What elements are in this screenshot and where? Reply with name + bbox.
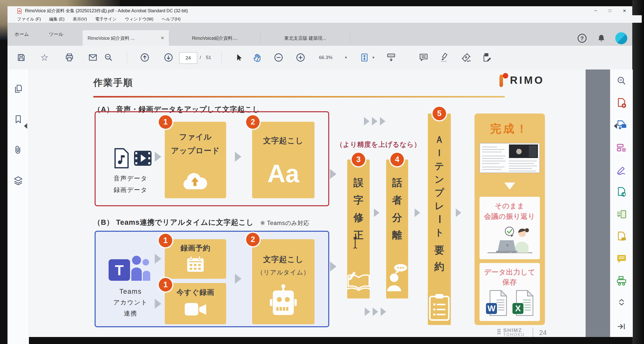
next-page-button[interactable] [163, 52, 174, 63]
vertical-char: 誤 [354, 178, 364, 188]
search-icon[interactable] [103, 52, 114, 63]
toolbar-collapse-button[interactable] [386, 52, 397, 63]
help-icon[interactable]: ? [577, 33, 587, 44]
previous-page-button[interactable] [139, 52, 150, 63]
print-button[interactable] [64, 52, 75, 63]
tab-strip: ホーム ツール RimoVoice 紹介資料 ... × RimoVoice紹介… [8, 23, 632, 46]
menu-bar: ファイル (F) 編集 (E) 表示(V) 電子サイン ウィンドウ(W) ヘルプ… [8, 15, 642, 23]
tab-tools[interactable]: ツール [49, 23, 64, 46]
text-cursor-pointer [353, 237, 358, 249]
vertical-char: 約 [434, 261, 444, 271]
edit-pdf-icon[interactable] [482, 52, 493, 63]
section-b-note: ※ Teamsのみ対応 [260, 219, 310, 228]
tab-close-icon[interactable]: × [161, 35, 164, 41]
calendar-icon [186, 256, 205, 273]
section-a-box: 音声データ 録画データ 1 ファイル アップロード 2 文字起こし [94, 111, 329, 206]
fill-and-sign-icon[interactable] [616, 164, 627, 175]
flow-arrow-icon [374, 209, 380, 217]
attachments-icon[interactable] [14, 145, 23, 154]
rimo-logo-text: RIMO [510, 74, 544, 86]
menu-file[interactable]: ファイル (F) [17, 16, 41, 22]
organize-pages-icon[interactable] [616, 142, 627, 153]
doc-tab-2[interactable]: RimoVoice紹介資料.... [169, 30, 260, 46]
step-record-now: 1 今すぐ録画 [165, 283, 226, 324]
vertical-char: レ [434, 201, 444, 211]
zoom-in-button[interactable] [295, 52, 306, 63]
last-page-icon[interactable] [617, 321, 627, 331]
usecase-export-box: データ出力して 保存 W X [480, 263, 540, 321]
step-label: アップロード [165, 145, 226, 156]
step-label: 文字起こし [252, 254, 314, 265]
comment-icon[interactable] [616, 254, 627, 264]
hand-tool-icon[interactable] [252, 52, 262, 63]
bookmarks-icon[interactable] [14, 114, 23, 124]
menu-view[interactable]: 表示(V) [73, 16, 87, 22]
print-production-icon[interactable] [616, 276, 627, 286]
usecase-label: 保存 [480, 277, 540, 287]
teams-logo: T [108, 252, 150, 285]
fit-dropdown-caret-icon[interactable]: ▾ [372, 55, 374, 60]
page-number-input[interactable] [179, 52, 197, 64]
zoom-dropdown-caret-icon[interactable]: ▾ [345, 55, 347, 60]
toolbar: ☆ / 51 66.3% ▾ ▾ [8, 46, 632, 70]
flow-arrow-icon [456, 209, 461, 217]
email-button[interactable] [87, 52, 98, 63]
slide-title: 作業手順 [93, 77, 133, 89]
account-avatar[interactable] [615, 32, 627, 44]
usecase-label: データ出力して [480, 267, 540, 277]
doc-tab-active[interactable]: RimoVoice 紹介資料 ... × [82, 30, 169, 46]
create-pdf-icon[interactable] [616, 98, 627, 108]
vertical-char: 修 [354, 213, 364, 223]
zoom-level[interactable]: 66.3% [319, 55, 332, 60]
flow-arrow-icon [235, 274, 242, 284]
book-edit-icon [346, 269, 371, 291]
app-screenshot-thumbnail [480, 143, 540, 173]
page-comment-icon[interactable] [616, 231, 627, 242]
step-transcription-realtime: 2 文字起こし （リアルタイム） [252, 239, 314, 324]
source-label-audio: 音声データ [100, 174, 160, 183]
scan-ocr-icon[interactable] [616, 209, 627, 220]
star-favorites-button[interactable]: ☆ [39, 52, 50, 63]
step-sublabel: （リアルタイム） [252, 268, 314, 276]
highlighter-tool-icon[interactable] [439, 52, 450, 63]
page-total: 51 [206, 55, 211, 60]
collapse-chevron-icon[interactable] [616, 298, 626, 306]
bell-icon[interactable] [597, 34, 606, 43]
menu-esign[interactable]: 電子サイン [95, 16, 116, 22]
maximize-button[interactable]: □ [607, 8, 612, 13]
vertical-char: 要 [434, 245, 444, 255]
svg-text:W: W [488, 303, 496, 313]
step-badge: 4 [390, 153, 404, 166]
vertical-char: Ａ [435, 135, 444, 144]
step-label: 今すぐ録画 [165, 287, 226, 297]
marquee-zoom-icon[interactable] [616, 76, 626, 86]
tab-separator [350, 33, 350, 43]
save-button[interactable] [16, 52, 27, 63]
tab-home[interactable]: ホーム [14, 23, 29, 46]
content-area: 作業手順 RIMO （A） 音声・録画データをアップして文字起こし [8, 70, 632, 337]
minimize-button[interactable]: ─ [592, 8, 598, 13]
title-bar: RimoVoice 紹介資料 全集 (20250123作成).pdf - Ado… [8, 6, 632, 15]
layers-icon[interactable] [13, 176, 23, 186]
fill-sign-pen-icon[interactable] [461, 52, 472, 63]
step-ai-template-summary: 5 Ａ Ｉ テ ン プ レ ー ト 要 約 [428, 113, 451, 325]
menu-edit[interactable]: 編集 (E) [49, 16, 64, 22]
send-for-review-icon[interactable] [616, 187, 627, 197]
doc-tab-3[interactable]: 東北支店版 建築現... [260, 30, 350, 46]
select-tool-cursor-icon[interactable] [234, 52, 244, 63]
step-schedule-recording: 1 録画予約 [165, 239, 226, 279]
menu-help[interactable]: ヘルプ(H) [162, 16, 181, 22]
video-file-icon [134, 150, 152, 166]
collapse-left-panel-arrow-icon[interactable] [24, 123, 27, 129]
export-pdf-icon[interactable] [616, 120, 627, 130]
comment-tool-icon[interactable] [418, 52, 429, 63]
step-typo-correction: 3 誤 字 修 正 [347, 159, 370, 298]
vertical-char: テ [434, 161, 444, 171]
menu-window[interactable]: ウィンドウ(W) [125, 16, 153, 22]
section-b-title: （B） Teams連携でリアルタイムに文字起こし [93, 218, 254, 228]
step-badge: 1 [159, 115, 172, 129]
zoom-out-button[interactable] [273, 52, 284, 63]
page-thumbnails-icon[interactable] [14, 84, 23, 93]
fit-page-button[interactable] [359, 52, 370, 63]
close-button[interactable]: ✕ [621, 8, 628, 14]
